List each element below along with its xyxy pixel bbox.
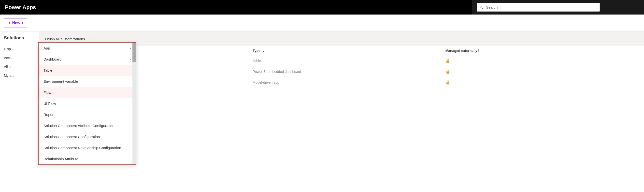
dropdown-item-ui-flow[interactable]: UI Flow — [38, 98, 136, 109]
sidebar-item-acco[interactable]: Acco... — [0, 53, 39, 62]
row-type-allaccounts: Power BI embedded dashboard — [252, 70, 445, 74]
app-title: Power Apps — [5, 4, 36, 11]
sidebar-item-alla[interactable]: All a... — [0, 62, 39, 71]
dropdown-item-app-label: App — [44, 46, 50, 50]
dropdown-item-table[interactable]: Table — [38, 65, 136, 76]
dropdown-item-dashboard[interactable]: Dashboard › — [38, 54, 136, 65]
dropdown-item-scac[interactable]: Solution Component Attribute Configurati… — [38, 120, 136, 131]
dropdown-item-scac-label: Solution Component Attribute Configurati… — [44, 124, 114, 128]
search-input[interactable] — [477, 3, 600, 12]
sidebar-item-disp[interactable]: Disp... — [0, 45, 39, 53]
sidebar: Solutions Disp... Acco... All a... My a.… — [0, 32, 39, 192]
arrow-icon: › — [130, 57, 131, 61]
ellipsis-button[interactable]: ··· — [89, 37, 94, 42]
dropdown-item-scrc[interactable]: Solution Component Relationship Configur… — [38, 142, 136, 153]
dropdown-item-env-var-label: Environment variable — [44, 79, 78, 83]
search-icon: 🔍 — [480, 6, 484, 9]
sort-icon: ⌄ — [262, 49, 265, 53]
dropdown-item-flow[interactable]: Flow — [38, 87, 136, 98]
secondary-bar: + New ▾ — [0, 15, 644, 32]
dropdown-item-report[interactable]: Report — [38, 109, 136, 120]
dropdown-item-ui-flow-label: UI Flow — [44, 101, 56, 106]
sidebar-item-mya[interactable]: My a... — [0, 71, 39, 80]
row-managed-account: 🔒 — [446, 58, 638, 63]
new-label: New — [12, 21, 20, 25]
publish-label: ublish all customizations — [45, 37, 85, 41]
search-wrapper: 🔍 — [477, 3, 600, 12]
row-type-account: Table — [252, 59, 445, 63]
dropdown-item-report-label: Report — [44, 112, 54, 117]
scrollbar[interactable] — [132, 43, 136, 164]
sidebar-title: Solutions — [0, 36, 39, 45]
dropdown-item-scc[interactable]: Solution Component Configuration — [38, 131, 136, 142]
col-header-type[interactable]: Type ⌄ — [252, 49, 445, 53]
dropdown-item-env-var[interactable]: Environment variable — [38, 76, 136, 87]
dropdown-item-scc-label: Solution Component Configuration — [44, 135, 100, 139]
dropdown-item-scrc-label: Solution Component Relationship Configur… — [44, 146, 121, 150]
new-button[interactable]: + New ▾ — [4, 18, 27, 28]
lock-icon: 🔒 — [446, 80, 450, 84]
dropdown-item-ra[interactable]: Relationship Attribute — [38, 153, 136, 164]
scroll-thumb[interactable] — [132, 43, 136, 62]
chevron-down-icon: ▾ — [22, 21, 23, 25]
plus-icon: + — [8, 21, 11, 26]
dropdown-item-ra-label: Relationship Attribute — [44, 157, 78, 161]
col-header-managed: Managed externally? — [446, 49, 638, 53]
arrow-icon: › — [130, 46, 131, 50]
dropdown-item-dashboard-label: Dashboard — [44, 57, 62, 61]
dropdown-item-flow-label: Flow — [44, 90, 51, 95]
dropdown-menu: App › Dashboard › Table Environment vari… — [38, 42, 136, 165]
main-layout: Solutions Disp... Acco... All a... My a.… — [0, 32, 644, 192]
row-managed-allaccounts: 🔒 — [446, 69, 638, 74]
dropdown-item-table-label: Table — [44, 68, 52, 72]
dropdown-container: Disp... Acco... All a... My a... App › D… — [0, 45, 39, 80]
lock-icon: 🔒 — [446, 69, 450, 74]
row-type-crfb6: Model-driven app — [252, 81, 445, 84]
publish-text: ublish all customizations — [45, 37, 85, 41]
lock-icon: 🔒 — [446, 59, 450, 63]
row-managed-crfb6: 🔒 — [446, 80, 638, 85]
dropdown-item-app[interactable]: App › — [38, 43, 136, 54]
